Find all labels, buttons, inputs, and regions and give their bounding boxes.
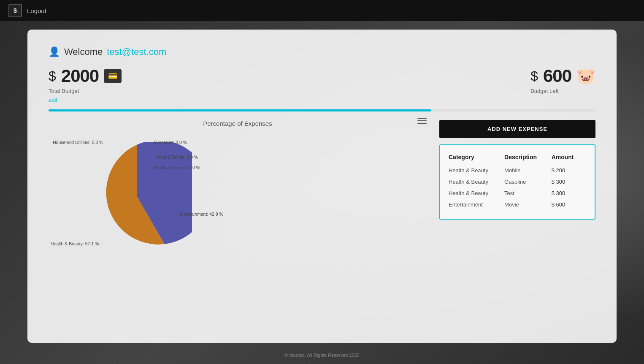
expense-table: Category Description Amount Health & Bea… [449, 154, 586, 210]
pie-chart-wrapper: Household Utilities: 0.0 % Groceries: 0.… [49, 138, 260, 269]
footer: © tournac. All Rights Reserved 2020 [284, 353, 359, 358]
progress-bar-container [49, 109, 595, 111]
budget-left-amount-row: $ 600 🐷 [530, 66, 595, 86]
total-budget-label: Total Budget [49, 88, 122, 94]
label-groceries: Groceries: 0.0 % [154, 140, 187, 145]
piggy-icon: 🐷 [576, 67, 595, 85]
navbar: $ Logout [0, 0, 644, 21]
budget-left-section: $ 600 🐷 Budget Left [530, 66, 595, 94]
chart-section: Percentage of Expenses [49, 120, 427, 269]
cell-amount-0: $ 200 [552, 165, 586, 176]
add-expense-button[interactable]: ADD NEW EXPENSE [439, 120, 595, 138]
budget-left-number: 600 [543, 66, 571, 86]
cell-category-0: Health & Beauty [449, 165, 504, 176]
budget-left-label: Budget Left [530, 88, 595, 94]
app-logo: $ [8, 4, 22, 17]
cell-description-1: Gasoline [504, 176, 552, 187]
user-icon: 👤 [49, 46, 60, 57]
cell-category-3: Entertainment [449, 199, 504, 210]
cell-amount-3: $ 600 [552, 199, 586, 210]
total-budget-number: 2000 [61, 66, 99, 86]
menu-line-1 [417, 118, 427, 119]
label-holiday-travel: Holiday & Travel: 0.0 % [154, 165, 200, 170]
cell-amount-2: $ 300 [552, 187, 586, 199]
expense-table-header-row: Category Description Amount [449, 154, 586, 165]
menu-line-3 [417, 123, 427, 124]
card-icon: 💳 [104, 69, 122, 83]
cell-category-1: Health & Beauty [449, 176, 504, 187]
chart-title: Percentage of Expenses [203, 120, 272, 127]
welcome-prefix: Welcome [64, 46, 103, 57]
expense-table-body: Health & Beauty Mobile $ 200 Health & Be… [449, 165, 586, 210]
welcome-row: 👤 Welcome test@test.com [49, 46, 595, 57]
col-header-category: Category [449, 154, 504, 165]
main-card: 👤 Welcome test@test.com $ 2000 💳 Total B… [27, 30, 617, 343]
chart-menu-button[interactable] [417, 118, 427, 124]
logout-button[interactable]: Logout [27, 7, 46, 14]
cell-description-2: Test [504, 187, 552, 199]
edit-link[interactable]: edit [49, 97, 122, 103]
table-row: Health & Beauty Gasoline $ 300 [449, 176, 586, 187]
expense-table-head: Category Description Amount [449, 154, 586, 165]
total-budget-amount-row: $ 2000 💳 [49, 66, 122, 86]
cell-category-2: Health & Beauty [449, 187, 504, 199]
content-area: Percentage of Expenses [49, 120, 595, 269]
label-health-beauty: Health & Beauty: 57.1 % [51, 241, 99, 246]
label-entertainment: Entertainment: 42.9 % [179, 212, 223, 217]
table-row: Health & Beauty Test $ 300 [449, 187, 586, 199]
right-panel: ADD NEW EXPENSE Category Description Amo… [439, 120, 595, 269]
total-budget-currency: $ [49, 68, 56, 84]
label-household-utilities: Household Utilities: 0.0 % [53, 140, 103, 145]
cell-description-0: Mobile [504, 165, 552, 176]
menu-line-2 [417, 120, 427, 121]
cell-description-3: Movie [504, 199, 552, 210]
welcome-email: test@test.com [107, 46, 166, 57]
expense-table-container: Category Description Amount Health & Bea… [439, 144, 595, 220]
cell-amount-1: $ 300 [552, 176, 586, 187]
progress-bar-fill [49, 109, 431, 111]
label-food-drinks: Food & Drinks: 0.0 % [156, 155, 198, 160]
budget-row: $ 2000 💳 Total Budget edit $ 600 🐷 Budge… [49, 66, 595, 103]
logo-symbol: $ [14, 7, 17, 14]
table-row: Entertainment Movie $ 600 [449, 199, 586, 210]
col-header-description: Description [504, 154, 552, 165]
col-header-amount: Amount [552, 154, 586, 165]
table-row: Health & Beauty Mobile $ 200 [449, 165, 586, 176]
budget-left-currency: $ [530, 68, 538, 84]
total-budget-section: $ 2000 💳 Total Budget edit [49, 66, 122, 103]
menu-lines-icon [417, 118, 427, 124]
